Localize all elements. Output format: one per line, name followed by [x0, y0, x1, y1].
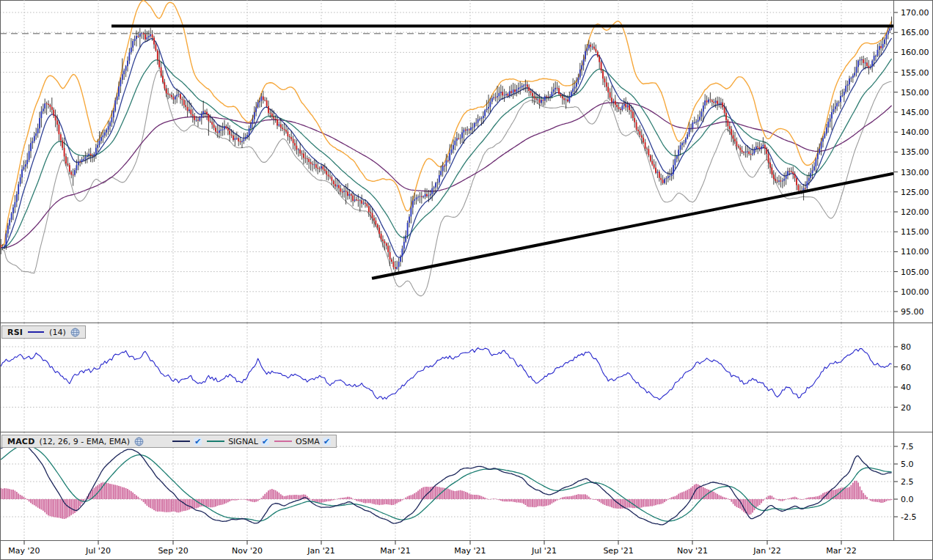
macd-grid — [0, 432, 893, 540]
rsi-label: RSI — [7, 328, 23, 337]
y-axis-label: 130.00 — [901, 168, 929, 177]
x-axis-label: Nov '20 — [232, 546, 263, 556]
macd-line-sample — [172, 438, 191, 444]
y-axis-label: 5.0 — [901, 460, 914, 469]
rsi-grid — [0, 323, 893, 432]
y-axis-label: 140.00 — [901, 128, 929, 137]
osma-histogram — [0, 481, 892, 519]
y-axis-label: 120.00 — [901, 207, 929, 217]
y-axis-label: 0.0 — [901, 495, 914, 504]
osma-label: OSMA — [296, 437, 320, 446]
rsi-params: (14) — [49, 328, 66, 337]
x-axis-label: Jul '20 — [85, 546, 111, 556]
x-axis-label: Nov '21 — [677, 546, 708, 556]
rsi-line — [1, 348, 891, 400]
x-axis-label: May '21 — [454, 546, 486, 556]
slow-ma-line — [1, 103, 891, 248]
y-axis-label: 170.00 — [901, 8, 929, 18]
macd-visibility-checkbox[interactable]: ✔ — [194, 438, 202, 446]
signal-line — [1, 445, 891, 521]
y-axis-label: 115.00 — [901, 227, 929, 237]
signal-label: SIGNAL — [228, 437, 258, 446]
macd-properties-icon[interactable] — [134, 437, 144, 446]
y-axis-label: 160.00 — [901, 48, 929, 57]
x-axis-label: Sep '21 — [603, 546, 633, 556]
y-axis-label: 80 — [901, 342, 911, 352]
macd-params: (12, 26, 9 - EMA, EMA) — [39, 437, 129, 446]
candle-wicks — [1, 17, 891, 273]
chart-window: 170.00165.00160.00155.00150.00145.00140.… — [0, 0, 933, 560]
x-axis-label: Jan '21 — [307, 546, 334, 556]
macd-line — [1, 440, 891, 525]
signal-line-sample — [206, 438, 225, 444]
time-axis: May '20Jul '20Sep '20Nov '20Jan '21Mar '… — [0, 540, 933, 560]
y-axis-label: 150.00 — [901, 88, 929, 97]
rsi-indicator-header: RSI (14) — [1, 325, 86, 339]
support-trendline[interactable] — [372, 174, 893, 279]
y-axis-label: 100.00 — [901, 287, 929, 297]
y-axis-label: 95.00 — [901, 307, 924, 317]
x-axis-label: Mar '21 — [380, 546, 410, 556]
macd-indicator-header: MACD (12, 26, 9 - EMA, EMA) ✔ SIGNAL ✔ — [1, 435, 337, 448]
x-axis-label: May '20 — [8, 546, 40, 556]
osma-line-sample — [274, 438, 293, 444]
y-axis-label: 110.00 — [901, 247, 929, 257]
x-axis-label: Jan '22 — [753, 546, 780, 556]
y-axis-label: 125.00 — [901, 188, 929, 197]
y-axis-label: 40 — [901, 383, 911, 392]
y-axis-label: 165.00 — [901, 28, 929, 37]
y-axis-label: 60 — [901, 363, 911, 372]
rsi-properties-icon[interactable] — [70, 328, 80, 337]
y-axis-label: 145.00 — [901, 108, 929, 117]
x-axis-label: Mar '22 — [826, 546, 856, 556]
price-chart-panel[interactable]: 170.00165.00160.00155.00150.00145.00140.… — [0, 0, 933, 323]
macd-chart-panel[interactable]: 7.55.02.50.0-2.5 — [0, 432, 933, 540]
candles — [0, 28, 892, 269]
y-axis-label: 7.5 — [901, 442, 914, 452]
macd-label: MACD — [7, 437, 34, 446]
rsi-line-sample — [27, 329, 45, 335]
signal-visibility-checkbox[interactable]: ✔ — [261, 438, 269, 446]
y-axis-label: 105.00 — [901, 268, 929, 277]
rsi-chart-panel[interactable]: 80604020 — [0, 323, 933, 432]
y-axis-label: -2.5 — [901, 512, 916, 522]
y-axis-label: 155.00 — [901, 68, 929, 78]
x-axis-label: Sep '20 — [158, 546, 188, 556]
y-axis-label: 2.5 — [901, 477, 914, 487]
osma-visibility-checkbox[interactable]: ✔ — [323, 438, 331, 446]
y-axis-label: 135.00 — [901, 147, 929, 157]
y-axis-label: 20 — [901, 403, 911, 413]
x-axis-label: Jul '21 — [531, 546, 557, 556]
